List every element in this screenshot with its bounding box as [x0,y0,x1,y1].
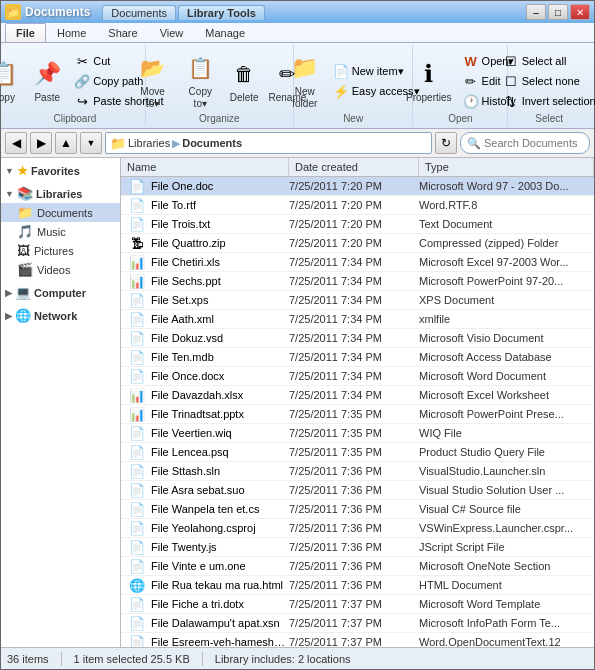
copy-button[interactable]: 📋 Copy [0,55,24,107]
table-row[interactable]: 📊 File Davazdah.xlsx 7/25/2011 7:34 PM M… [121,386,594,405]
table-row[interactable]: 📄 File Fiche a tri.dotx 7/25/2011 7:37 P… [121,595,594,614]
file-date: 7/25/2011 7:34 PM [289,370,419,382]
nav-item-documents[interactable]: 📁 Documents [1,203,120,222]
file-type-icon: 📄 [127,482,147,498]
nav-item-music[interactable]: 🎵 Music [1,222,120,241]
back-button[interactable]: ◀ [5,132,27,154]
file-name: File To.rtf [147,199,289,211]
refresh-button[interactable]: ↻ [435,132,457,154]
select-small-btns: ☑ Select all ☐ Select none ⇅ Invert sele… [499,51,595,111]
table-row[interactable]: 🌐 File Rua tekau ma rua.html 7/25/2011 7… [121,576,594,595]
table-row[interactable]: 📄 File Lencea.psq 7/25/2011 7:35 PM Prod… [121,443,594,462]
file-type-icon: 📊 [127,254,147,270]
table-row[interactable]: 📄 File Sttash.sln 7/25/2011 7:36 PM Visu… [121,462,594,481]
table-row[interactable]: 📊 File Trinadtsat.pptx 7/25/2011 7:35 PM… [121,405,594,424]
table-row[interactable]: 📄 File Asra sebat.suo 7/25/2011 7:36 PM … [121,481,594,500]
column-header-type[interactable]: Type [419,158,594,176]
properties-button[interactable]: ℹ Properties [401,55,457,107]
tab-documents[interactable]: Documents [102,5,176,20]
file-date: 7/25/2011 7:20 PM [289,218,419,230]
up-button[interactable]: ▲ [55,132,77,154]
nav-item-videos[interactable]: 🎬 Videos [1,260,120,279]
file-date: 7/25/2011 7:37 PM [289,598,419,610]
search-input[interactable] [484,137,583,149]
favorites-arrow: ▼ [5,166,14,176]
file-type-icon: 📄 [127,615,147,631]
column-header-date[interactable]: Date created [289,158,419,176]
address-box[interactable]: 📁 Libraries ▶ Documents [105,132,432,154]
file-type: HTML Document [419,579,594,591]
file-date: 7/25/2011 7:36 PM [289,503,419,515]
delete-button[interactable]: 🗑 Delete [225,55,264,107]
table-row[interactable]: 📄 File Wanpela ten et.cs 7/25/2011 7:36 … [121,500,594,519]
table-row[interactable]: 📄 File Set.xps 7/25/2011 7:34 PM XPS Doc… [121,291,594,310]
file-date: 7/25/2011 7:36 PM [289,465,419,477]
ribbon-tab-file[interactable]: File [5,23,46,42]
copy-to-button[interactable]: 📋 Copy to▾ [178,49,223,113]
forward-button[interactable]: ▶ [30,132,52,154]
table-row[interactable]: 📄 File Twenty.js 7/25/2011 7:36 PM JScri… [121,538,594,557]
file-name: File Quattro.zip [147,237,289,249]
file-name: File Sechs.ppt [147,275,289,287]
computer-header[interactable]: ▶ 💻 Computer [1,283,120,302]
library-info: Library includes: 2 locations [215,653,351,665]
recent-locations-button[interactable]: ▼ [80,132,102,154]
file-type-icon: 📄 [127,311,147,327]
file-type: Text Document [419,218,594,230]
move-to-button[interactable]: 📂 Move to▾ [129,49,175,113]
nav-section-computer: ▶ 💻 Computer [1,283,120,302]
table-row[interactable]: 📄 File Trois.txt 7/25/2011 7:20 PM Text … [121,215,594,234]
table-row[interactable]: 📄 File Ten.mdb 7/25/2011 7:34 PM Microso… [121,348,594,367]
table-row[interactable]: 📄 File Yeolahong.csproj 7/25/2011 7:36 P… [121,519,594,538]
properties-icon: ℹ [413,58,445,90]
file-type: xmlfile [419,313,594,325]
select-all-button[interactable]: ☑ Select all [499,51,595,71]
main-content: ▼ ★ Favorites ▼ 📚 Libraries 📁 Documents … [1,158,594,647]
file-date: 7/25/2011 7:36 PM [289,560,419,572]
table-row[interactable]: 📄 File Veertien.wiq 7/25/2011 7:35 PM WI… [121,424,594,443]
select-none-button[interactable]: ☐ Select none [499,71,595,91]
tab-library-tools[interactable]: Library Tools [178,5,265,20]
favorites-header[interactable]: ▼ ★ Favorites [1,162,120,180]
file-type-icon: 📄 [127,349,147,365]
table-row[interactable]: 📄 File Dalawampu't apat.xsn 7/25/2011 7:… [121,614,594,633]
paste-button[interactable]: 📌 Paste [26,55,68,107]
file-name: File Davazdah.xlsx [147,389,289,401]
file-type: WIQ File [419,427,594,439]
table-row[interactable]: 📊 File Chetiri.xls 7/25/2011 7:34 PM Mic… [121,253,594,272]
file-date: 7/25/2011 7:34 PM [289,332,419,344]
table-row[interactable]: 📄 File One.doc 7/25/2011 7:20 PM Microso… [121,177,594,196]
invert-selection-button[interactable]: ⇅ Invert selection [499,91,595,111]
table-row[interactable]: 📄 File Vinte e um.one 7/25/2011 7:36 PM … [121,557,594,576]
table-row[interactable]: 📄 File Esreem-veh-hamesh.odt 7/25/2011 7… [121,633,594,647]
file-name: File Trinadtsat.pptx [147,408,289,420]
table-row[interactable]: 📄 File To.rtf 7/25/2011 7:20 PM Word.RTF… [121,196,594,215]
ribbon-tab-share[interactable]: Share [97,23,148,42]
ribbon-tab-view[interactable]: View [149,23,195,42]
table-row[interactable]: 📊 File Sechs.ppt 7/25/2011 7:34 PM Micro… [121,272,594,291]
close-button[interactable]: ✕ [570,4,590,20]
select-none-icon: ☐ [503,73,519,89]
search-box[interactable]: 🔍 [460,132,590,154]
network-header[interactable]: ▶ 🌐 Network [1,306,120,325]
nav-section-network: ▶ 🌐 Network [1,306,120,325]
file-type-icon: 📄 [127,558,147,574]
file-name: File Chetiri.xls [147,256,289,268]
ribbon-group-select: ☑ Select all ☐ Select none ⇅ Invert sele… [508,45,590,126]
ribbon-tab-home[interactable]: Home [46,23,97,42]
table-row[interactable]: 📄 File Aath.xml 7/25/2011 7:34 PM xmlfil… [121,310,594,329]
select-group-label: Select [535,113,563,126]
maximize-button[interactable]: □ [548,4,568,20]
table-row[interactable]: 📄 File Dokuz.vsd 7/25/2011 7:34 PM Micro… [121,329,594,348]
table-row[interactable]: 📄 File Once.docx 7/25/2011 7:34 PM Micro… [121,367,594,386]
column-header-name[interactable]: Name [121,158,289,176]
minimize-button[interactable]: – [526,4,546,20]
table-row[interactable]: 🗜 File Quattro.zip 7/25/2011 7:20 PM Com… [121,234,594,253]
file-type: Visual C# Source file [419,503,594,515]
ribbon-tab-manage[interactable]: Manage [194,23,256,42]
file-name: File Wanpela ten et.cs [147,503,289,515]
nav-item-pictures[interactable]: 🖼 Pictures [1,241,120,260]
libraries-header[interactable]: ▼ 📚 Libraries [1,184,120,203]
new-folder-button[interactable]: 📁 New folder [283,49,327,113]
invert-icon: ⇅ [503,93,519,109]
